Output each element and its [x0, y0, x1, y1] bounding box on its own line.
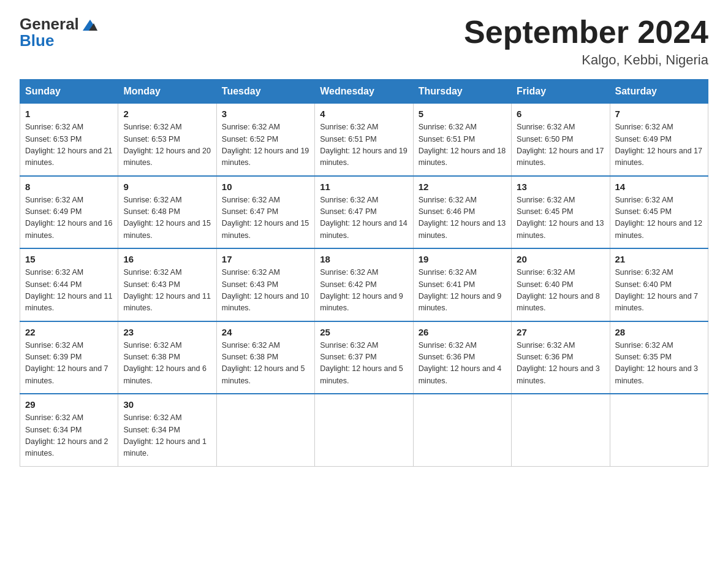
day-cell: 15Sunrise: 6:32 AMSunset: 6:44 PMDayligh…	[20, 248, 118, 321]
week-row-1: 1Sunrise: 6:32 AMSunset: 6:53 PMDaylight…	[20, 104, 708, 176]
day-number: 23	[123, 327, 211, 337]
day-number: 10	[222, 182, 309, 192]
day-number: 24	[222, 327, 309, 337]
day-cell	[512, 394, 610, 466]
day-number: 21	[615, 254, 703, 264]
day-info: Sunrise: 6:32 AMSunset: 6:40 PMDaylight:…	[615, 267, 703, 315]
day-number: 17	[222, 254, 309, 264]
day-cell	[413, 394, 511, 466]
day-info: Sunrise: 6:32 AMSunset: 6:45 PMDaylight:…	[517, 194, 604, 242]
day-info: Sunrise: 6:32 AMSunset: 6:51 PMDaylight:…	[419, 121, 506, 169]
column-header-wednesday: Wednesday	[315, 80, 413, 104]
day-info: Sunrise: 6:32 AMSunset: 6:36 PMDaylight:…	[517, 340, 604, 388]
day-cell: 1Sunrise: 6:32 AMSunset: 6:53 PMDaylight…	[20, 104, 118, 176]
week-row-4: 22Sunrise: 6:32 AMSunset: 6:39 PMDayligh…	[20, 321, 708, 394]
day-cell: 11Sunrise: 6:32 AMSunset: 6:47 PMDayligh…	[315, 176, 413, 249]
calendar-table: SundayMondayTuesdayWednesdayThursdayFrid…	[20, 79, 708, 467]
day-info: Sunrise: 6:32 AMSunset: 6:53 PMDaylight:…	[25, 121, 113, 169]
day-info: Sunrise: 6:32 AMSunset: 6:41 PMDaylight:…	[419, 267, 506, 315]
column-header-sunday: Sunday	[20, 80, 118, 104]
day-info: Sunrise: 6:32 AMSunset: 6:38 PMDaylight:…	[123, 340, 211, 388]
day-cell	[216, 394, 314, 466]
day-number: 6	[517, 109, 604, 119]
day-cell: 21Sunrise: 6:32 AMSunset: 6:40 PMDayligh…	[610, 248, 708, 321]
day-info: Sunrise: 6:32 AMSunset: 6:48 PMDaylight:…	[123, 194, 211, 242]
week-row-3: 15Sunrise: 6:32 AMSunset: 6:44 PMDayligh…	[20, 248, 708, 321]
day-number: 20	[517, 254, 604, 264]
day-cell: 12Sunrise: 6:32 AMSunset: 6:46 PMDayligh…	[413, 176, 511, 249]
day-number: 22	[25, 327, 113, 337]
day-number: 16	[123, 254, 211, 264]
day-info: Sunrise: 6:32 AMSunset: 6:44 PMDaylight:…	[25, 267, 113, 315]
day-info: Sunrise: 6:32 AMSunset: 6:42 PMDaylight:…	[320, 267, 408, 315]
day-info: Sunrise: 6:32 AMSunset: 6:47 PMDaylight:…	[320, 194, 408, 242]
day-number: 29	[25, 399, 113, 410]
day-cell: 27Sunrise: 6:32 AMSunset: 6:36 PMDayligh…	[512, 321, 610, 394]
day-info: Sunrise: 6:32 AMSunset: 6:37 PMDaylight:…	[320, 340, 408, 388]
day-cell: 16Sunrise: 6:32 AMSunset: 6:43 PMDayligh…	[118, 248, 216, 321]
logo-icon	[80, 17, 97, 34]
day-number: 3	[222, 109, 309, 119]
day-cell: 7Sunrise: 6:32 AMSunset: 6:49 PMDaylight…	[610, 104, 708, 176]
day-info: Sunrise: 6:32 AMSunset: 6:45 PMDaylight:…	[615, 194, 703, 242]
column-header-thursday: Thursday	[413, 80, 511, 104]
day-info: Sunrise: 6:32 AMSunset: 6:50 PMDaylight:…	[517, 121, 604, 169]
day-info: Sunrise: 6:32 AMSunset: 6:34 PMDaylight:…	[123, 412, 211, 460]
day-cell	[315, 394, 413, 466]
day-cell: 30Sunrise: 6:32 AMSunset: 6:34 PMDayligh…	[118, 394, 216, 466]
column-header-monday: Monday	[118, 80, 216, 104]
day-number: 14	[615, 182, 703, 192]
day-info: Sunrise: 6:32 AMSunset: 6:52 PMDaylight:…	[222, 121, 309, 169]
day-number: 2	[123, 109, 211, 119]
day-cell: 6Sunrise: 6:32 AMSunset: 6:50 PMDaylight…	[512, 104, 610, 176]
day-cell: 24Sunrise: 6:32 AMSunset: 6:38 PMDayligh…	[216, 321, 314, 394]
day-cell: 22Sunrise: 6:32 AMSunset: 6:39 PMDayligh…	[20, 321, 118, 394]
day-cell: 18Sunrise: 6:32 AMSunset: 6:42 PMDayligh…	[315, 248, 413, 321]
header-row: SundayMondayTuesdayWednesdayThursdayFrid…	[20, 80, 708, 104]
day-info: Sunrise: 6:32 AMSunset: 6:39 PMDaylight:…	[25, 340, 113, 388]
day-number: 5	[419, 109, 506, 119]
logo-blue-text: Blue	[20, 31, 54, 50]
day-info: Sunrise: 6:32 AMSunset: 6:40 PMDaylight:…	[517, 267, 604, 315]
day-cell: 23Sunrise: 6:32 AMSunset: 6:38 PMDayligh…	[118, 321, 216, 394]
day-cell: 28Sunrise: 6:32 AMSunset: 6:35 PMDayligh…	[610, 321, 708, 394]
day-number: 25	[320, 327, 408, 337]
day-number: 28	[615, 327, 703, 337]
day-number: 9	[123, 182, 211, 192]
day-number: 27	[517, 327, 604, 337]
day-number: 19	[419, 254, 506, 264]
day-cell: 2Sunrise: 6:32 AMSunset: 6:53 PMDaylight…	[118, 104, 216, 176]
week-row-2: 8Sunrise: 6:32 AMSunset: 6:49 PMDaylight…	[20, 176, 708, 249]
day-info: Sunrise: 6:32 AMSunset: 6:43 PMDaylight:…	[123, 267, 211, 315]
day-cell: 17Sunrise: 6:32 AMSunset: 6:43 PMDayligh…	[216, 248, 314, 321]
day-info: Sunrise: 6:32 AMSunset: 6:53 PMDaylight:…	[123, 121, 211, 169]
day-number: 18	[320, 254, 408, 264]
day-cell: 29Sunrise: 6:32 AMSunset: 6:34 PMDayligh…	[20, 394, 118, 466]
day-info: Sunrise: 6:32 AMSunset: 6:49 PMDaylight:…	[25, 194, 113, 242]
logo: General Blue	[20, 15, 97, 50]
day-info: Sunrise: 6:32 AMSunset: 6:34 PMDaylight:…	[25, 412, 113, 460]
calendar-subtitle: Kalgo, Kebbi, Nigeria	[464, 52, 708, 68]
day-cell: 13Sunrise: 6:32 AMSunset: 6:45 PMDayligh…	[512, 176, 610, 249]
day-cell: 4Sunrise: 6:32 AMSunset: 6:51 PMDaylight…	[315, 104, 413, 176]
day-cell: 5Sunrise: 6:32 AMSunset: 6:51 PMDaylight…	[413, 104, 511, 176]
day-number: 7	[615, 109, 703, 119]
day-number: 12	[419, 182, 506, 192]
day-cell: 25Sunrise: 6:32 AMSunset: 6:37 PMDayligh…	[315, 321, 413, 394]
day-info: Sunrise: 6:32 AMSunset: 6:47 PMDaylight:…	[222, 194, 309, 242]
day-info: Sunrise: 6:32 AMSunset: 6:46 PMDaylight:…	[419, 194, 506, 242]
column-header-saturday: Saturday	[610, 80, 708, 104]
day-cell: 8Sunrise: 6:32 AMSunset: 6:49 PMDaylight…	[20, 176, 118, 249]
day-cell	[610, 394, 708, 466]
day-info: Sunrise: 6:32 AMSunset: 6:38 PMDaylight:…	[222, 340, 309, 388]
day-number: 4	[320, 109, 408, 119]
day-info: Sunrise: 6:32 AMSunset: 6:35 PMDaylight:…	[615, 340, 703, 388]
day-cell: 20Sunrise: 6:32 AMSunset: 6:40 PMDayligh…	[512, 248, 610, 321]
day-info: Sunrise: 6:32 AMSunset: 6:43 PMDaylight:…	[222, 267, 309, 315]
day-cell: 10Sunrise: 6:32 AMSunset: 6:47 PMDayligh…	[216, 176, 314, 249]
page-header: General Blue September 2024 Kalgo, Kebbi…	[20, 15, 708, 68]
day-cell: 26Sunrise: 6:32 AMSunset: 6:36 PMDayligh…	[413, 321, 511, 394]
day-info: Sunrise: 6:32 AMSunset: 6:51 PMDaylight:…	[320, 121, 408, 169]
day-cell: 3Sunrise: 6:32 AMSunset: 6:52 PMDaylight…	[216, 104, 314, 176]
day-cell: 19Sunrise: 6:32 AMSunset: 6:41 PMDayligh…	[413, 248, 511, 321]
